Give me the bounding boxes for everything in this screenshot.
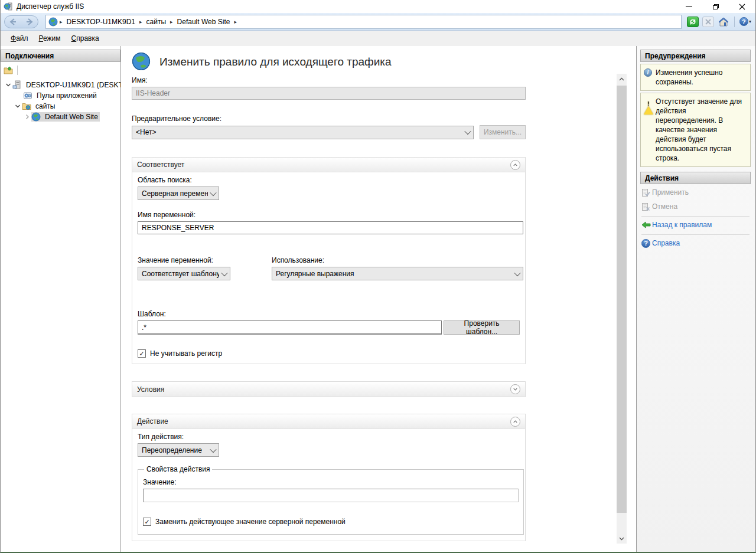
using-select[interactable]: Регулярные выражения	[272, 267, 523, 280]
help-label[interactable]: Справка	[652, 239, 680, 247]
section-title: Соответствует	[137, 161, 510, 169]
connections-toolbar	[1, 63, 120, 77]
feature-page: Изменить правило для исходящего трафика …	[121, 46, 636, 552]
back-button[interactable]	[8, 18, 18, 25]
home-button[interactable]	[717, 16, 730, 28]
match-section-header[interactable]: Соответствует	[132, 158, 525, 172]
breadcrumb-separator-icon: ▸	[138, 19, 144, 25]
save-connections-icon[interactable]	[4, 66, 14, 75]
selected-tree-item: Default Web Site	[31, 112, 100, 122]
variable-name-label: Имя переменной:	[138, 211, 520, 219]
close-button[interactable]	[729, 0, 755, 13]
scrollbar-thumb[interactable]	[617, 86, 627, 513]
breadcrumb-item-default-web-site[interactable]: Default Web Site	[175, 18, 233, 26]
chevron-down-icon	[512, 386, 519, 392]
scroll-up-button[interactable]	[617, 74, 627, 84]
replace-value-checkbox[interactable]: ✓	[143, 518, 151, 526]
precondition-select[interactable]: <Нет>	[132, 126, 474, 139]
stop-button[interactable]	[702, 16, 715, 28]
warning-icon: !	[644, 98, 653, 114]
connections-panel: Подключения	[1, 46, 121, 552]
value-input[interactable]	[143, 489, 519, 502]
menu-view[interactable]: Режим	[34, 32, 66, 45]
tree-item-label: Пулы приложений	[35, 91, 99, 100]
breadcrumb-item-sites[interactable]: сайты	[144, 18, 169, 26]
actions-separator	[641, 216, 750, 217]
breadcrumb-item-server[interactable]: DESKTOP-U1MK9D1	[64, 18, 138, 26]
precondition-label: Предварительное условие:	[132, 114, 539, 123]
chevron-collapsed-icon[interactable]	[23, 113, 31, 121]
match-section: Соответствует Область поиска: Серверная …	[132, 157, 526, 364]
apply-icon	[641, 188, 650, 197]
help-action[interactable]: ? Справка	[640, 237, 751, 249]
warning-alert-text: Отсутствует значение для действия переоп…	[656, 97, 747, 163]
chevron-expanded-icon[interactable]	[4, 81, 12, 89]
info-alert: i Изменения успешно сохранены.	[640, 64, 751, 91]
toolbar-separator	[734, 17, 735, 27]
section-title: Действие	[137, 417, 510, 426]
refresh-icon	[687, 17, 699, 27]
action-section-header[interactable]: Действие	[132, 414, 525, 429]
action-type-value: Переопределение	[142, 446, 208, 454]
ignore-case-checkbox[interactable]: ✓	[138, 349, 146, 358]
collapse-section-button[interactable]	[510, 160, 520, 170]
action-type-select[interactable]: Переопределение	[138, 443, 219, 457]
tree-item-server[interactable]: DESKTOP-U1MK9D1 (DESKTOP	[1, 80, 120, 90]
action-properties-legend: Свойства действия	[144, 465, 212, 473]
vertical-scrollbar[interactable]	[617, 74, 627, 544]
close-icon	[739, 4, 745, 10]
chevron-down-icon	[462, 130, 473, 135]
apply-action: Применить	[640, 186, 751, 198]
tree-item-label: сайты	[34, 102, 57, 111]
chevron-down-icon	[208, 191, 219, 196]
help-button[interactable]: ? ▾	[739, 16, 752, 28]
menu-file[interactable]: Файл	[5, 32, 34, 45]
back-arrow-icon	[641, 221, 651, 228]
scroll-down-button[interactable]	[617, 534, 627, 544]
chevron-down-icon	[619, 537, 624, 541]
scope-value: Серверная переменн	[142, 189, 208, 198]
expand-section-button[interactable]	[510, 384, 520, 394]
action-properties-group: Свойства действия Значение: ✓ Заменить д…	[138, 465, 524, 535]
menu-help[interactable]: Справка	[66, 32, 105, 45]
actions-separator	[641, 234, 750, 235]
forward-button[interactable]	[25, 18, 34, 25]
tree-item-sites[interactable]: сайты	[1, 101, 120, 112]
cancel-icon	[641, 202, 650, 211]
chevron-up-icon	[512, 418, 519, 425]
pattern-input[interactable]	[138, 320, 442, 334]
chevron-up-icon	[512, 162, 519, 168]
operand-label: Значение переменной:	[138, 256, 230, 264]
back-to-rules-action[interactable]: Назад к правилам	[640, 219, 751, 231]
back-to-rules-label[interactable]: Назад к правилам	[652, 221, 712, 229]
action-type-label: Тип действия:	[138, 433, 520, 441]
using-value: Регулярные выражения	[276, 270, 512, 278]
address-bar: ▸ DESKTOP-U1MK9D1 ▸ сайты ▸ Default Web …	[1, 13, 755, 31]
minimize-button[interactable]	[676, 0, 702, 13]
conditions-section-header[interactable]: Условия	[132, 382, 525, 397]
check-icon: ✓	[139, 350, 144, 358]
toolbar-separator	[17, 66, 18, 75]
chevron-down-icon	[512, 271, 523, 276]
variable-name-input[interactable]	[138, 221, 523, 234]
name-input	[132, 87, 526, 100]
iis-manager-window: Диспетчер служб IIS	[0, 0, 756, 553]
collapse-section-button[interactable]	[510, 417, 520, 427]
test-pattern-button[interactable]: Проверить шаблон...	[444, 320, 520, 335]
chevron-expanded-icon[interactable]	[14, 102, 22, 110]
operand-select[interactable]: Соответствует шаблону	[138, 267, 230, 280]
chevron-down-icon	[208, 448, 219, 453]
scope-label: Область поиска:	[138, 176, 520, 184]
window-title: Диспетчер служб IIS	[17, 2, 84, 11]
tree-item-label: DESKTOP-U1MK9D1 (DESKTOP	[24, 80, 120, 90]
action-section: Действие Тип действия: Переопределение С…	[132, 414, 526, 541]
refresh-button[interactable]	[686, 16, 699, 28]
name-label: Имя:	[132, 76, 539, 84]
sites-folder-icon	[22, 102, 31, 111]
tree-item-app-pools[interactable]: Пулы приложений	[1, 90, 120, 101]
section-title: Условия	[137, 385, 510, 394]
breadcrumb-separator-icon: ▸	[168, 19, 175, 25]
restore-button[interactable]	[702, 0, 729, 13]
tree-item-default-web-site[interactable]: Default Web Site	[1, 112, 120, 122]
scope-select[interactable]: Серверная переменн	[138, 186, 219, 200]
